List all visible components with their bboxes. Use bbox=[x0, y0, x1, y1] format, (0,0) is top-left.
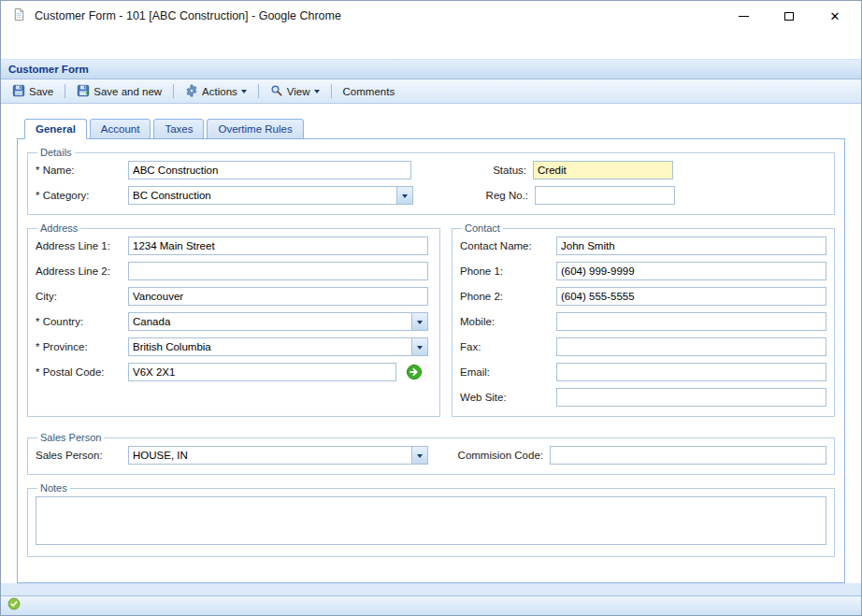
category-label: * Category: bbox=[36, 186, 128, 205]
details-row-1: * Name: Status: bbox=[36, 161, 826, 179]
toolbar-separator bbox=[173, 84, 174, 98]
category-combobox[interactable]: BC Construction bbox=[128, 186, 413, 205]
tab-general[interactable]: General bbox=[24, 119, 87, 139]
phone1-label: Phone 1: bbox=[460, 262, 556, 280]
postal-code-input[interactable] bbox=[128, 363, 396, 381]
chevron-down-icon bbox=[241, 90, 247, 96]
form-header-title: Customer Form bbox=[8, 64, 89, 75]
sales-person-legend: Sales Person bbox=[37, 432, 104, 443]
tab-overtime-rules[interactable]: Overtime Rules bbox=[207, 119, 303, 139]
contact-fieldset: Contact Contact Name: Phone 1: Phone 2: bbox=[452, 222, 835, 417]
minimize-button[interactable] bbox=[736, 8, 751, 23]
titlebar: Customer Form - 101 [ABC Construction] -… bbox=[1, 1, 861, 31]
save-and-new-icon bbox=[77, 84, 90, 99]
go-arrow-icon bbox=[406, 364, 423, 380]
comments-label: Comments bbox=[343, 86, 395, 97]
save-label: Save bbox=[29, 86, 53, 97]
commission-code-input[interactable] bbox=[550, 446, 826, 465]
status-input[interactable] bbox=[533, 161, 673, 179]
close-button[interactable]: ✕ bbox=[827, 8, 842, 23]
maximize-icon bbox=[784, 12, 794, 21]
toolbar-separator bbox=[331, 84, 332, 98]
category-value: BC Construction bbox=[129, 187, 396, 204]
footer bbox=[1, 583, 861, 615]
status-bar bbox=[1, 595, 861, 615]
email-label: Email: bbox=[460, 363, 556, 381]
comments-button[interactable]: Comments bbox=[336, 82, 403, 101]
chevron-down-glyph bbox=[417, 454, 423, 461]
city-input[interactable] bbox=[128, 287, 428, 306]
contact-name-label: Contact Name: bbox=[460, 236, 556, 255]
app-window: Customer Form - 101 [ABC Construction] -… bbox=[0, 0, 862, 616]
save-button[interactable]: Save bbox=[5, 80, 61, 103]
sales-person-combobox[interactable]: HOUSE, IN bbox=[128, 446, 428, 465]
window-controls: ✕ bbox=[736, 8, 850, 23]
chevron-down-glyph bbox=[417, 321, 423, 327]
status-label: Status: bbox=[411, 161, 533, 179]
chevron-down-glyph bbox=[402, 194, 408, 201]
contact-row: Fax: bbox=[460, 337, 826, 356]
toolbar-separator bbox=[258, 84, 259, 98]
details-row-2: * Category: BC Construction Reg No.: bbox=[36, 186, 826, 205]
province-value: British Columbia bbox=[129, 338, 411, 355]
view-menu-button[interactable]: View bbox=[263, 80, 327, 103]
postal-code-label: * Postal Code: bbox=[36, 363, 128, 381]
postal-lookup-button[interactable] bbox=[406, 364, 423, 380]
form-header: Customer Form bbox=[1, 59, 861, 79]
chevron-down-icon[interactable] bbox=[411, 338, 427, 355]
chevron-down-icon[interactable] bbox=[396, 187, 412, 204]
tab-taxes[interactable]: Taxes bbox=[153, 119, 204, 139]
gear-icon bbox=[185, 84, 198, 99]
address-line1-input[interactable] bbox=[128, 236, 428, 255]
address-legend: Address bbox=[37, 222, 80, 234]
chevron-down-icon[interactable] bbox=[411, 447, 427, 464]
address-fieldset: Address Address Line 1: Address Line 2: … bbox=[27, 222, 440, 417]
tab-account[interactable]: Account bbox=[90, 119, 151, 139]
mobile-input[interactable] bbox=[556, 312, 826, 331]
save-and-new-label: Save and new bbox=[93, 86, 162, 97]
actions-menu-button[interactable]: Actions bbox=[178, 80, 254, 103]
minimize-icon bbox=[739, 16, 749, 17]
notes-textarea[interactable] bbox=[36, 496, 826, 545]
actions-label: Actions bbox=[202, 86, 237, 97]
maximize-button[interactable] bbox=[782, 8, 797, 23]
save-and-new-button[interactable]: Save and new bbox=[69, 80, 169, 103]
sales-person-fieldset: Sales Person Sales Person: HOUSE, IN Com… bbox=[27, 432, 835, 475]
country-value: Canada bbox=[129, 313, 411, 330]
phone2-input[interactable] bbox=[556, 287, 826, 306]
address-line1-label: Address Line 1: bbox=[36, 236, 128, 255]
reg-no-input[interactable] bbox=[535, 186, 675, 205]
province-combobox[interactable]: British Columbia bbox=[128, 337, 428, 356]
fax-input[interactable] bbox=[556, 337, 826, 356]
details-legend: Details bbox=[37, 147, 75, 158]
address-contact-section: Address Address Line 1: Address Line 2: … bbox=[27, 222, 835, 424]
name-label: * Name: bbox=[36, 161, 128, 179]
phone1-input[interactable] bbox=[556, 262, 826, 280]
contact-name-input[interactable] bbox=[556, 236, 826, 255]
contact-row: Web Site: bbox=[460, 388, 826, 407]
reg-no-label: Reg No.: bbox=[413, 186, 535, 205]
name-input[interactable] bbox=[128, 161, 411, 179]
details-fieldset: Details * Name: Status: * Category: BC C… bbox=[27, 147, 835, 215]
browser-blank-strip bbox=[1, 31, 861, 59]
contact-row: Email: bbox=[460, 363, 826, 381]
email-input[interactable] bbox=[556, 363, 826, 381]
window-title: Customer Form - 101 [ABC Construction] -… bbox=[35, 9, 341, 22]
success-check-icon bbox=[7, 597, 21, 614]
province-label: * Province: bbox=[36, 337, 128, 356]
phone2-label: Phone 2: bbox=[460, 287, 556, 306]
address-line2-input[interactable] bbox=[128, 262, 428, 280]
notes-fieldset: Notes bbox=[27, 482, 835, 557]
form-body: General Account Taxes Overtime Rules Det… bbox=[1, 104, 861, 583]
chevron-down-icon bbox=[314, 90, 320, 96]
address-line2-label: Address Line 2: bbox=[36, 262, 128, 280]
close-icon: ✕ bbox=[830, 10, 840, 22]
country-combobox[interactable]: Canada bbox=[128, 312, 428, 331]
document-icon bbox=[12, 7, 26, 25]
sales-person-value: HOUSE, IN bbox=[129, 447, 411, 464]
website-input[interactable] bbox=[556, 388, 826, 407]
footer-strip bbox=[1, 583, 861, 595]
chevron-down-icon[interactable] bbox=[411, 313, 427, 330]
country-label: * Country: bbox=[36, 312, 128, 331]
contact-legend: Contact bbox=[462, 222, 503, 234]
